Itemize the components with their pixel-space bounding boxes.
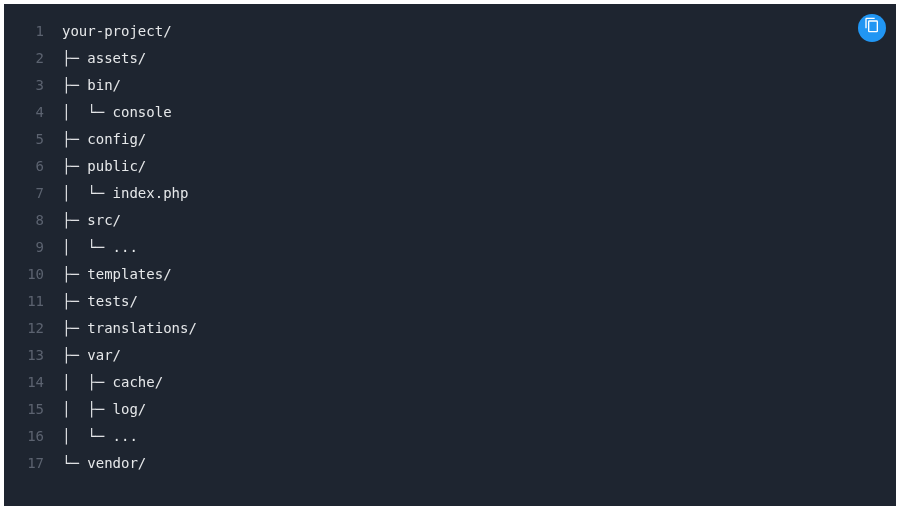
line-number: 15 [4, 396, 62, 423]
line-text: │ └─ index.php [62, 180, 188, 207]
line-text: │ ├─ log/ [62, 396, 146, 423]
code-line: 6├─ public/ [4, 153, 896, 180]
line-number: 14 [4, 369, 62, 396]
line-text: │ └─ ... [62, 423, 138, 450]
code-line: 17└─ vendor/ [4, 450, 896, 477]
line-text: ├─ config/ [62, 126, 146, 153]
line-text: ├─ bin/ [62, 72, 121, 99]
line-number: 16 [4, 423, 62, 450]
code-line: 8├─ src/ [4, 207, 896, 234]
code-line: 7│ └─ index.php [4, 180, 896, 207]
code-line: 16│ └─ ... [4, 423, 896, 450]
line-text: └─ vendor/ [62, 450, 146, 477]
line-text: │ ├─ cache/ [62, 369, 163, 396]
code-line: 2├─ assets/ [4, 45, 896, 72]
line-number: 3 [4, 72, 62, 99]
code-line: 12├─ translations/ [4, 315, 896, 342]
line-number: 8 [4, 207, 62, 234]
line-number: 2 [4, 45, 62, 72]
code-line: 5├─ config/ [4, 126, 896, 153]
line-text: │ └─ console [62, 99, 172, 126]
line-number: 13 [4, 342, 62, 369]
code-block: 1your-project/2├─ assets/3├─ bin/4│ └─ c… [4, 4, 896, 506]
line-text: ├─ templates/ [62, 261, 172, 288]
line-text: ├─ assets/ [62, 45, 146, 72]
line-text: your-project/ [62, 18, 172, 45]
line-text: ├─ var/ [62, 342, 121, 369]
line-text: │ └─ ... [62, 234, 138, 261]
line-number: 6 [4, 153, 62, 180]
code-line: 13├─ var/ [4, 342, 896, 369]
clipboard-icon [864, 15, 880, 42]
line-number: 7 [4, 180, 62, 207]
line-text: ├─ public/ [62, 153, 146, 180]
code-line: 1your-project/ [4, 18, 896, 45]
copy-button[interactable] [858, 14, 886, 42]
code-line: 3├─ bin/ [4, 72, 896, 99]
code-lines: 1your-project/2├─ assets/3├─ bin/4│ └─ c… [4, 18, 896, 477]
line-text: ├─ src/ [62, 207, 121, 234]
line-number: 4 [4, 99, 62, 126]
line-number: 11 [4, 288, 62, 315]
code-line: 15│ ├─ log/ [4, 396, 896, 423]
line-text: ├─ tests/ [62, 288, 138, 315]
line-number: 1 [4, 18, 62, 45]
code-line: 10├─ templates/ [4, 261, 896, 288]
line-number: 5 [4, 126, 62, 153]
code-line: 14│ ├─ cache/ [4, 369, 896, 396]
line-text: ├─ translations/ [62, 315, 197, 342]
code-line: 11├─ tests/ [4, 288, 896, 315]
code-line: 9│ └─ ... [4, 234, 896, 261]
line-number: 10 [4, 261, 62, 288]
line-number: 17 [4, 450, 62, 477]
line-number: 12 [4, 315, 62, 342]
line-number: 9 [4, 234, 62, 261]
code-line: 4│ └─ console [4, 99, 896, 126]
